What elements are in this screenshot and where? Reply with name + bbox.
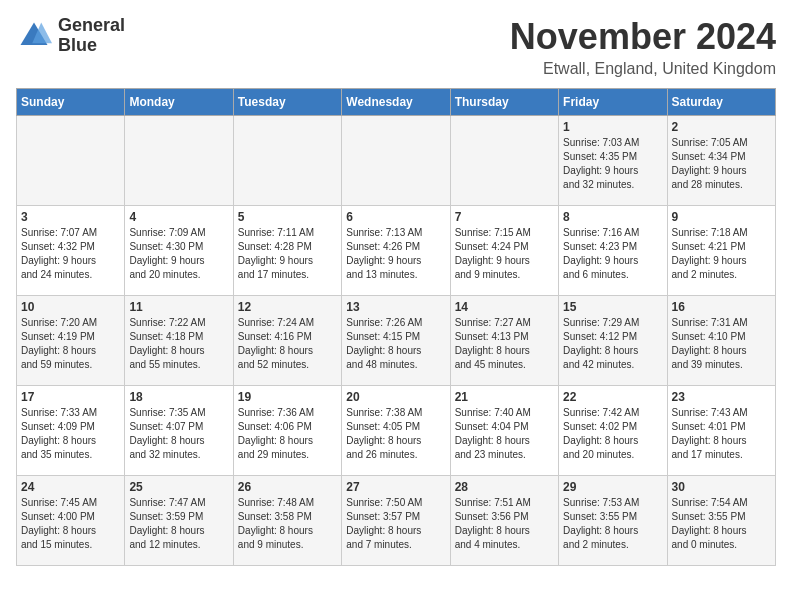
calendar-cell: 17Sunrise: 7:33 AM Sunset: 4:09 PM Dayli…	[17, 386, 125, 476]
calendar-cell: 13Sunrise: 7:26 AM Sunset: 4:15 PM Dayli…	[342, 296, 450, 386]
calendar-cell: 15Sunrise: 7:29 AM Sunset: 4:12 PM Dayli…	[559, 296, 667, 386]
calendar-cell: 2Sunrise: 7:05 AM Sunset: 4:34 PM Daylig…	[667, 116, 775, 206]
day-info: Sunrise: 7:24 AM Sunset: 4:16 PM Dayligh…	[238, 316, 337, 372]
day-number: 11	[129, 300, 228, 314]
day-number: 22	[563, 390, 662, 404]
day-info: Sunrise: 7:47 AM Sunset: 3:59 PM Dayligh…	[129, 496, 228, 552]
day-number: 15	[563, 300, 662, 314]
calendar-cell: 5Sunrise: 7:11 AM Sunset: 4:28 PM Daylig…	[233, 206, 341, 296]
calendar-cell: 21Sunrise: 7:40 AM Sunset: 4:04 PM Dayli…	[450, 386, 558, 476]
day-info: Sunrise: 7:42 AM Sunset: 4:02 PM Dayligh…	[563, 406, 662, 462]
calendar-table: SundayMondayTuesdayWednesdayThursdayFrid…	[16, 88, 776, 566]
day-info: Sunrise: 7:03 AM Sunset: 4:35 PM Dayligh…	[563, 136, 662, 192]
day-number: 1	[563, 120, 662, 134]
day-number: 8	[563, 210, 662, 224]
week-row-1: 3Sunrise: 7:07 AM Sunset: 4:32 PM Daylig…	[17, 206, 776, 296]
day-info: Sunrise: 7:09 AM Sunset: 4:30 PM Dayligh…	[129, 226, 228, 282]
calendar-cell: 25Sunrise: 7:47 AM Sunset: 3:59 PM Dayli…	[125, 476, 233, 566]
calendar-cell: 28Sunrise: 7:51 AM Sunset: 3:56 PM Dayli…	[450, 476, 558, 566]
calendar-cell	[233, 116, 341, 206]
day-info: Sunrise: 7:27 AM Sunset: 4:13 PM Dayligh…	[455, 316, 554, 372]
logo-line2: Blue	[58, 36, 125, 56]
day-info: Sunrise: 7:33 AM Sunset: 4:09 PM Dayligh…	[21, 406, 120, 462]
day-number: 25	[129, 480, 228, 494]
day-number: 3	[21, 210, 120, 224]
day-info: Sunrise: 7:18 AM Sunset: 4:21 PM Dayligh…	[672, 226, 771, 282]
page-header: General Blue November 2024 Etwall, Engla…	[16, 16, 776, 78]
day-number: 7	[455, 210, 554, 224]
calendar-cell: 12Sunrise: 7:24 AM Sunset: 4:16 PM Dayli…	[233, 296, 341, 386]
location: Etwall, England, United Kingdom	[510, 60, 776, 78]
logo-text: General Blue	[58, 16, 125, 56]
day-number: 19	[238, 390, 337, 404]
day-number: 24	[21, 480, 120, 494]
day-number: 9	[672, 210, 771, 224]
logo-line1: General	[58, 16, 125, 36]
day-number: 13	[346, 300, 445, 314]
day-number: 21	[455, 390, 554, 404]
day-number: 27	[346, 480, 445, 494]
calendar-cell: 10Sunrise: 7:20 AM Sunset: 4:19 PM Dayli…	[17, 296, 125, 386]
week-row-4: 24Sunrise: 7:45 AM Sunset: 4:00 PM Dayli…	[17, 476, 776, 566]
calendar-cell: 19Sunrise: 7:36 AM Sunset: 4:06 PM Dayli…	[233, 386, 341, 476]
day-info: Sunrise: 7:45 AM Sunset: 4:00 PM Dayligh…	[21, 496, 120, 552]
calendar-cell: 23Sunrise: 7:43 AM Sunset: 4:01 PM Dayli…	[667, 386, 775, 476]
day-info: Sunrise: 7:35 AM Sunset: 4:07 PM Dayligh…	[129, 406, 228, 462]
day-info: Sunrise: 7:29 AM Sunset: 4:12 PM Dayligh…	[563, 316, 662, 372]
logo-icon	[16, 18, 52, 54]
day-number: 5	[238, 210, 337, 224]
calendar-cell: 20Sunrise: 7:38 AM Sunset: 4:05 PM Dayli…	[342, 386, 450, 476]
calendar-cell: 14Sunrise: 7:27 AM Sunset: 4:13 PM Dayli…	[450, 296, 558, 386]
calendar-cell: 7Sunrise: 7:15 AM Sunset: 4:24 PM Daylig…	[450, 206, 558, 296]
calendar-cell: 18Sunrise: 7:35 AM Sunset: 4:07 PM Dayli…	[125, 386, 233, 476]
day-info: Sunrise: 7:31 AM Sunset: 4:10 PM Dayligh…	[672, 316, 771, 372]
calendar-cell: 4Sunrise: 7:09 AM Sunset: 4:30 PM Daylig…	[125, 206, 233, 296]
calendar-cell	[450, 116, 558, 206]
day-number: 18	[129, 390, 228, 404]
day-number: 6	[346, 210, 445, 224]
header-friday: Friday	[559, 89, 667, 116]
calendar-cell: 27Sunrise: 7:50 AM Sunset: 3:57 PM Dayli…	[342, 476, 450, 566]
header-monday: Monday	[125, 89, 233, 116]
week-row-3: 17Sunrise: 7:33 AM Sunset: 4:09 PM Dayli…	[17, 386, 776, 476]
day-info: Sunrise: 7:38 AM Sunset: 4:05 PM Dayligh…	[346, 406, 445, 462]
header-sunday: Sunday	[17, 89, 125, 116]
day-info: Sunrise: 7:53 AM Sunset: 3:55 PM Dayligh…	[563, 496, 662, 552]
header-tuesday: Tuesday	[233, 89, 341, 116]
calendar-cell: 26Sunrise: 7:48 AM Sunset: 3:58 PM Dayli…	[233, 476, 341, 566]
week-row-0: 1Sunrise: 7:03 AM Sunset: 4:35 PM Daylig…	[17, 116, 776, 206]
day-info: Sunrise: 7:11 AM Sunset: 4:28 PM Dayligh…	[238, 226, 337, 282]
calendar-cell: 8Sunrise: 7:16 AM Sunset: 4:23 PM Daylig…	[559, 206, 667, 296]
day-info: Sunrise: 7:20 AM Sunset: 4:19 PM Dayligh…	[21, 316, 120, 372]
day-number: 30	[672, 480, 771, 494]
calendar-cell	[342, 116, 450, 206]
title-block: November 2024 Etwall, England, United Ki…	[510, 16, 776, 78]
day-number: 14	[455, 300, 554, 314]
day-number: 17	[21, 390, 120, 404]
day-number: 26	[238, 480, 337, 494]
calendar-cell: 22Sunrise: 7:42 AM Sunset: 4:02 PM Dayli…	[559, 386, 667, 476]
day-info: Sunrise: 7:36 AM Sunset: 4:06 PM Dayligh…	[238, 406, 337, 462]
calendar-cell: 9Sunrise: 7:18 AM Sunset: 4:21 PM Daylig…	[667, 206, 775, 296]
day-info: Sunrise: 7:13 AM Sunset: 4:26 PM Dayligh…	[346, 226, 445, 282]
day-number: 28	[455, 480, 554, 494]
day-info: Sunrise: 7:54 AM Sunset: 3:55 PM Dayligh…	[672, 496, 771, 552]
calendar-cell: 11Sunrise: 7:22 AM Sunset: 4:18 PM Dayli…	[125, 296, 233, 386]
day-info: Sunrise: 7:26 AM Sunset: 4:15 PM Dayligh…	[346, 316, 445, 372]
calendar-cell: 3Sunrise: 7:07 AM Sunset: 4:32 PM Daylig…	[17, 206, 125, 296]
day-info: Sunrise: 7:07 AM Sunset: 4:32 PM Dayligh…	[21, 226, 120, 282]
day-number: 29	[563, 480, 662, 494]
day-info: Sunrise: 7:16 AM Sunset: 4:23 PM Dayligh…	[563, 226, 662, 282]
day-info: Sunrise: 7:05 AM Sunset: 4:34 PM Dayligh…	[672, 136, 771, 192]
day-number: 16	[672, 300, 771, 314]
calendar-cell: 29Sunrise: 7:53 AM Sunset: 3:55 PM Dayli…	[559, 476, 667, 566]
day-info: Sunrise: 7:40 AM Sunset: 4:04 PM Dayligh…	[455, 406, 554, 462]
header-row: SundayMondayTuesdayWednesdayThursdayFrid…	[17, 89, 776, 116]
day-info: Sunrise: 7:22 AM Sunset: 4:18 PM Dayligh…	[129, 316, 228, 372]
logo: General Blue	[16, 16, 125, 56]
week-row-2: 10Sunrise: 7:20 AM Sunset: 4:19 PM Dayli…	[17, 296, 776, 386]
calendar-cell: 6Sunrise: 7:13 AM Sunset: 4:26 PM Daylig…	[342, 206, 450, 296]
day-number: 23	[672, 390, 771, 404]
day-info: Sunrise: 7:43 AM Sunset: 4:01 PM Dayligh…	[672, 406, 771, 462]
day-number: 2	[672, 120, 771, 134]
